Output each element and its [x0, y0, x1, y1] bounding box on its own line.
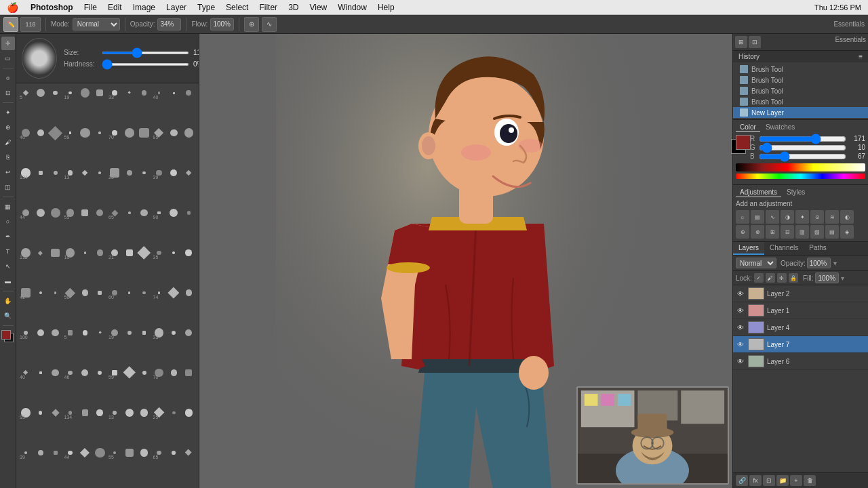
adj-posterize[interactable]: ▥: [795, 225, 809, 239]
brush-preset-64[interactable]: [78, 286, 92, 300]
adj-color-lookup[interactable]: ⊞: [766, 225, 779, 239]
move-tool[interactable]: ✛: [1, 37, 15, 50]
delete-layer-btn[interactable]: 🗑: [804, 475, 816, 486]
brush-preset-17[interactable]: [93, 126, 106, 140]
brush-preset-118[interactable]: [167, 446, 180, 460]
brush-preset-34[interactable]: [167, 166, 180, 180]
add-mask-btn[interactable]: ⊡: [763, 475, 775, 486]
brush-preset-40[interactable]: [78, 206, 92, 220]
menu-view[interactable]: View: [304, 3, 332, 12]
selection-tool[interactable]: ▭: [1, 52, 15, 65]
brush-preset-92[interactable]: [138, 366, 151, 380]
adj-levels[interactable]: ▤: [751, 210, 764, 224]
menu-filter[interactable]: Filter: [254, 3, 283, 12]
brush-preset-31[interactable]: [123, 166, 136, 180]
color-tab-swatches[interactable]: Swatches: [762, 123, 799, 132]
brush-preset-55[interactable]: [123, 246, 136, 260]
brush-preset-110[interactable]: [49, 446, 62, 460]
brush-preset-112[interactable]: [78, 446, 92, 460]
brush-preset-28[interactable]: [78, 166, 92, 180]
opacity-input[interactable]: [157, 18, 181, 30]
adj-exposure[interactable]: ◑: [781, 210, 794, 224]
brush-preset-19[interactable]: [123, 126, 136, 140]
dodge-tool[interactable]: ○: [1, 215, 15, 228]
brush-preset-71[interactable]: [182, 286, 195, 300]
layers-tab-paths[interactable]: Paths: [804, 242, 832, 255]
brush-preset-83[interactable]: [182, 326, 195, 340]
brush-preset-44[interactable]: [138, 206, 151, 220]
layer2-visibility[interactable]: 👁: [736, 289, 745, 298]
brush-preset-86[interactable]: [49, 366, 62, 380]
brush-preset-32[interactable]: [138, 166, 151, 180]
history-item-4[interactable]: Brush Tool: [733, 96, 868, 107]
brush-preset-10[interactable]: [167, 86, 180, 100]
gradient-tool[interactable]: ▦: [1, 200, 15, 214]
layer1-visibility[interactable]: 👁: [736, 306, 745, 315]
menu-type[interactable]: Type: [192, 3, 220, 12]
brush-preset-81[interactable]: 33: [153, 326, 166, 340]
rt-icon-1[interactable]: ⊞: [735, 36, 747, 48]
brush-preset-52[interactable]: [78, 246, 92, 260]
brush-preset-74[interactable]: [49, 326, 62, 340]
layer6-visibility[interactable]: 👁: [736, 357, 745, 366]
brush-preset-111[interactable]: 44: [64, 446, 77, 460]
brush-preset-76[interactable]: [78, 326, 92, 340]
brush-preset-27[interactable]: 13: [64, 166, 77, 180]
brush-preset-25[interactable]: [34, 166, 47, 180]
brush-preset-80[interactable]: [138, 326, 151, 340]
brush-tool[interactable]: 🖌: [1, 136, 15, 149]
brush-preset-1[interactable]: [34, 86, 47, 100]
adj-bw[interactable]: ◐: [840, 210, 854, 224]
adj-colorbalance[interactable]: ≋: [825, 210, 839, 224]
brush-preset-77[interactable]: [93, 326, 106, 340]
brush-preset-7[interactable]: [123, 86, 136, 100]
clone-tool[interactable]: ⎘: [1, 150, 15, 164]
brush-preset-63[interactable]: 50: [64, 286, 77, 300]
rt-icon-2[interactable]: ⊡: [749, 36, 761, 48]
heal-tool[interactable]: ⊕: [1, 121, 15, 134]
history-item-2[interactable]: Brush Tool: [733, 75, 868, 85]
brush-preset-41[interactable]: [93, 206, 106, 220]
brush-preset-56[interactable]: [138, 246, 151, 260]
brush-preset-75[interactable]: 5: [64, 326, 77, 340]
brush-preset-101[interactable]: [93, 406, 106, 420]
brush-preset-23[interactable]: [182, 126, 195, 140]
brush-preset-103[interactable]: [123, 406, 136, 420]
layers-tab-layers[interactable]: Layers: [733, 242, 764, 255]
adj-curves[interactable]: ∿: [766, 210, 779, 224]
lock-image-btn[interactable]: 🖌: [766, 273, 775, 283]
brush-preset-95[interactable]: [182, 366, 195, 380]
brush-preset-72[interactable]: 100: [19, 326, 33, 340]
menu-file[interactable]: File: [79, 3, 102, 12]
pen-tool[interactable]: ✒: [1, 230, 15, 243]
brush-preset-36[interactable]: 44: [19, 206, 33, 220]
brush-preset-102[interactable]: 13: [108, 406, 121, 420]
brush-preset-90[interactable]: 59: [108, 366, 121, 380]
brush-preset-68[interactable]: [138, 286, 151, 300]
brush-preset-3[interactable]: 19: [64, 86, 77, 100]
brush-preset-116[interactable]: [138, 446, 151, 460]
brush-preset-35[interactable]: [182, 166, 195, 180]
layers-tab-channels[interactable]: Channels: [764, 242, 804, 255]
adj-hsl[interactable]: ⊙: [810, 210, 824, 224]
layer-item-layer6[interactable]: 👁 Layer 6: [733, 353, 868, 370]
hardness-slider[interactable]: [102, 63, 189, 66]
adj-invert[interactable]: ⊟: [781, 225, 794, 239]
color-spectrum-bar[interactable]: [736, 163, 865, 171]
brush-preset-88[interactable]: [78, 366, 92, 380]
mode-select[interactable]: Normal Multiply Screen: [73, 18, 120, 30]
brush-preset-114[interactable]: 55: [108, 446, 121, 460]
brush-preset-29[interactable]: [93, 166, 106, 180]
flow-input[interactable]: [210, 18, 234, 30]
menu-select[interactable]: Select: [220, 3, 254, 12]
history-item-3[interactable]: Brush Tool: [733, 85, 868, 96]
brush-preset-12[interactable]: 46: [19, 126, 33, 140]
brush-preset-9[interactable]: 40: [153, 86, 166, 100]
brush-preset-79[interactable]: [123, 326, 136, 340]
lock-all-btn[interactable]: 🔒: [789, 273, 798, 283]
brush-preset-85[interactable]: [34, 366, 47, 380]
brush-preset-24[interactable]: 134: [19, 166, 33, 180]
adj-brightness[interactable]: ☼: [736, 210, 749, 224]
brush-preset-46[interactable]: [167, 206, 180, 220]
brush-preset-106[interactable]: [167, 406, 180, 420]
